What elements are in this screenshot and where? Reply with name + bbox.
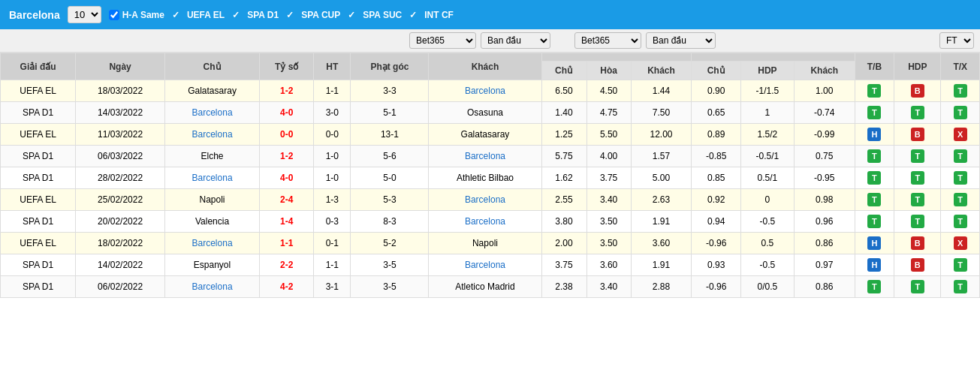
home-team-link[interactable]: Barcelona (192, 173, 233, 183)
th-score: Tỷ số (260, 53, 314, 80)
date-cell: 14/02/2022 (76, 254, 165, 276)
ht-cell: 3-1 (314, 276, 351, 298)
away-cell: Barcelona (429, 254, 541, 276)
home-cell: Barcelona (164, 233, 259, 254)
th-tx: T/X (941, 53, 980, 80)
home-cell: Elche (164, 146, 259, 167)
hdp-home-cell: 0.85 (692, 167, 741, 189)
tb-badge: T (867, 215, 881, 228)
away-team-link[interactable]: Barcelona (465, 194, 505, 205)
odds-home-cell: 5.75 (541, 146, 586, 167)
away-cell: Barcelona (429, 189, 541, 211)
home-team-link[interactable]: Barcelona (192, 281, 233, 292)
home-team-link[interactable]: Barcelona (192, 238, 233, 248)
odds2-select[interactable]: Bet365William HillPinnacle (574, 32, 641, 49)
odds-draw-cell: 5.50 (586, 124, 631, 146)
away-cell: Barcelona (429, 211, 541, 233)
hdp-cell: -0.5 (740, 211, 794, 233)
tb-cell: T (855, 102, 894, 124)
tb-badge: H (867, 258, 881, 272)
th-hdp-home: Chủ (692, 62, 741, 80)
away-team-link[interactable]: Barcelona (465, 86, 505, 96)
odds-away-cell: 3.60 (631, 233, 692, 254)
tx-badge: T (954, 215, 967, 228)
league-cell: UEFA EL (1, 189, 76, 211)
th-hdp-group (692, 53, 855, 62)
odds-home-cell: 1.40 (541, 102, 586, 124)
hdp2-badge: B (911, 84, 924, 98)
odds1-select[interactable]: Bet365William HillPinnacle (409, 32, 476, 49)
corner-cell: 5-2 (351, 233, 429, 254)
odds-draw-cell: 3.50 (586, 233, 631, 254)
league-cell: SPA D1 (1, 254, 76, 276)
tx-cell: T (941, 276, 980, 298)
hdp-cell: 0.5 (740, 233, 794, 254)
hdp-away-cell: 0.86 (794, 276, 855, 298)
away-cell: Barcelona (429, 146, 541, 167)
tx-cell: T (941, 146, 980, 167)
matches-table: Giải đấu Ngày Chủ Tỷ số HT Phạt góc Khác… (0, 53, 980, 298)
date-cell: 06/03/2022 (76, 146, 165, 167)
score-cell: 4-2 (260, 276, 314, 298)
tx-cell: T (941, 211, 980, 233)
filter-ha-same-checkbox[interactable] (109, 10, 119, 20)
tb-badge: T (867, 149, 881, 163)
hdp-home-cell: 0.94 (692, 211, 741, 233)
date-cell: 28/02/2022 (76, 167, 165, 189)
tb-cell: T (855, 167, 894, 189)
score-cell: 2-4 (260, 189, 314, 211)
odds-home-cell: 2.38 (541, 276, 586, 298)
score-cell: 4-0 (260, 167, 314, 189)
hdp-away-cell: 1.00 (794, 80, 855, 102)
ht-cell: 1-0 (314, 167, 351, 189)
away-team-link[interactable]: Barcelona (465, 151, 505, 161)
tx-badge: T (954, 149, 967, 163)
tx-cell: T (941, 189, 980, 211)
count-select[interactable]: 10 5 20 50 (68, 6, 101, 23)
ft-select[interactable]: FTHT (939, 32, 974, 49)
home-cell: Valencia (164, 211, 259, 233)
th-hdp2: HDP (894, 53, 941, 80)
th-odds-draw: Hòa (586, 62, 631, 80)
home-cell: Barcelona (164, 167, 259, 189)
th-1x2-group (541, 53, 692, 62)
team-label: Barcelona (9, 9, 60, 21)
away-team: Osasuna (467, 107, 503, 118)
home-cell: Barcelona (164, 276, 259, 298)
odds-away-cell: 2.63 (631, 189, 692, 211)
filter-spa-suc: SPA SUC (363, 10, 402, 20)
hdp-home-cell: 0.89 (692, 124, 741, 146)
home-team: Napoli (200, 194, 225, 205)
away-team-link[interactable]: Barcelona (465, 216, 505, 227)
hdp-away-cell: 0.75 (794, 146, 855, 167)
odds-away-cell: 1.57 (631, 146, 692, 167)
away-team-link[interactable]: Barcelona (465, 260, 505, 270)
home-team: Elche (201, 151, 224, 161)
hdp-away-cell: 0.98 (794, 189, 855, 211)
corner-cell: 13-1 (351, 124, 429, 146)
odds-draw-cell: 3.40 (586, 276, 631, 298)
corner-cell: 5-3 (351, 189, 429, 211)
hdp2-cell: T (894, 211, 941, 233)
hdp2-badge: B (911, 258, 924, 272)
hdp-cell: 0/0.5 (740, 276, 794, 298)
hdp2-cell: T (894, 276, 941, 298)
home-team-link[interactable]: Barcelona (192, 129, 233, 140)
th-away: Khách (429, 53, 541, 80)
hdp-cell: 1 (740, 102, 794, 124)
tx-badge: X (954, 236, 967, 250)
tx-badge: T (954, 84, 967, 98)
home-team-link[interactable]: Barcelona (192, 107, 233, 118)
league-cell: SPA D1 (1, 146, 76, 167)
away-team: Athletic Bilbao (457, 173, 514, 183)
tx-cell: T (941, 80, 980, 102)
th-hdp-away: Khách (794, 62, 855, 80)
th-hdp: HDP (740, 62, 794, 80)
odds-draw-cell: 4.75 (586, 102, 631, 124)
hdp-away-cell: 0.86 (794, 233, 855, 254)
hdp2-cell: T (894, 167, 941, 189)
type2-select[interactable]: Ban đầuKèo châu Á (646, 32, 716, 49)
odds-draw-cell: 3.60 (586, 254, 631, 276)
type1-select[interactable]: Ban đầuKèo châu Á (481, 32, 550, 49)
corner-cell: 5-1 (351, 102, 429, 124)
